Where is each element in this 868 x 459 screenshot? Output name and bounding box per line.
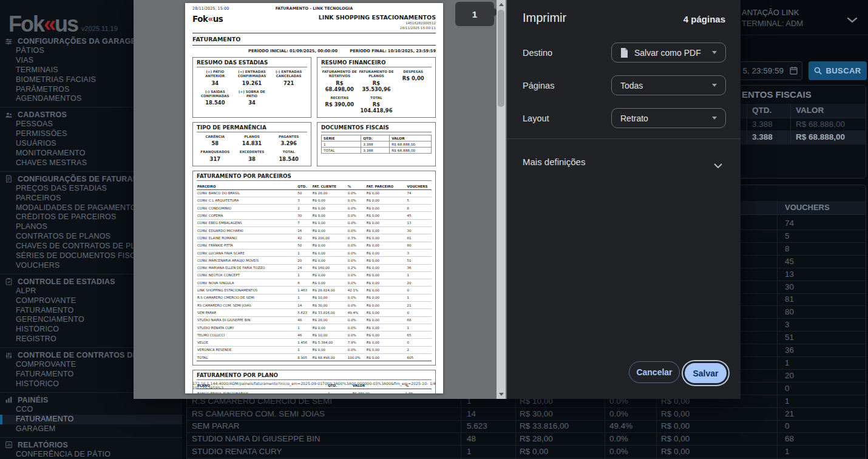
table-cell: 0.0% xyxy=(347,294,366,301)
table-cell: VELOE xyxy=(197,339,297,346)
page-indicator-bubble: 1 xyxy=(455,2,494,26)
cancel-button[interactable]: Cancelar xyxy=(629,361,680,383)
table-cell: R$ 10,00 xyxy=(312,332,347,339)
table-cell: CONV. LUCIANA FAVA SCARE xyxy=(197,249,297,256)
layout-select[interactable]: Retrato xyxy=(611,108,726,128)
table-cell: 50 xyxy=(297,242,311,249)
table-cell: 30 xyxy=(785,280,794,293)
company-name: LINK SHOPPING ESTACIONAMENTOS xyxy=(319,14,436,21)
table-row: LINK SHOPPING ESTACIONAMENTOS1.463R$ 28.… xyxy=(197,287,432,294)
bar-chart-icon xyxy=(5,396,13,404)
table-cell: R$ 0,00 xyxy=(366,287,407,294)
implantation-label: ANTAÇÃO LINK xyxy=(742,8,799,17)
scrollbar-thumb[interactable] xyxy=(498,10,504,107)
table-cell: R$ 0,00 xyxy=(366,332,407,339)
table-cell: 49.4% xyxy=(609,420,632,432)
scroll-down-icon[interactable] xyxy=(499,393,504,396)
table-cell: 74 xyxy=(785,217,794,229)
table-cell: 13 xyxy=(785,268,794,280)
table-row: STUDIO RENATA CURY1R$ 0,000.0%R$ 0,001 xyxy=(197,324,432,331)
table-row: CONV. NEOTOX CONCEPT1R$ 0,000.0%R$ 0,001 xyxy=(197,271,432,279)
table-cell: CONV. NOVA SINGULA xyxy=(197,279,297,287)
table-cell: 8 xyxy=(407,205,432,212)
table-cell: R$ 0,00 xyxy=(366,294,407,301)
caret-down-icon xyxy=(712,51,717,54)
table-cell: R$ 28,00 xyxy=(520,432,553,445)
sidebar-item-faturamento[interactable]: FATURAMENTO xyxy=(0,415,182,424)
more-settings-toggle[interactable]: Mais definições xyxy=(507,149,741,175)
table-cell: CONV. CONDOMINIO xyxy=(197,205,297,212)
table-cell: R$ 10,00 xyxy=(312,294,347,301)
buscar-button[interactable]: BUSCAR xyxy=(809,61,867,80)
garage-config-icon xyxy=(5,38,13,46)
table-cell: R$ 0,00 xyxy=(312,257,347,264)
sidebar-item-garagem[interactable]: GARAGEM xyxy=(0,424,182,434)
scroll-up-icon[interactable] xyxy=(499,3,504,6)
destination-select[interactable]: Salvar como PDF xyxy=(611,42,726,63)
pdf-file-icon xyxy=(620,48,628,58)
calendar-icon[interactable] xyxy=(790,66,798,77)
table-cell: 1 xyxy=(407,294,432,301)
table-cell: 46 xyxy=(297,332,311,339)
table-cell: R$ 160,00 xyxy=(312,264,347,271)
pages-select[interactable]: Todas xyxy=(611,75,726,95)
table-cell: R$ 33.816,00 xyxy=(312,309,347,316)
table-cell: 20 xyxy=(407,279,432,287)
table-cell: 74 xyxy=(407,189,432,197)
table-cell: R$ 0,00 xyxy=(366,354,407,361)
table-cell: 42.1% xyxy=(347,287,366,294)
table-cell: 1 xyxy=(785,356,790,369)
page-meta-row: 28/11/2025, 15:00 FATURAMENTO - LINK TEC… xyxy=(192,6,436,11)
table-cell: R$ 0,00 xyxy=(312,227,347,234)
chevron-down-icon[interactable] xyxy=(847,15,858,25)
app-version: v2025.11.19 xyxy=(81,25,118,34)
table-cell: R$ 0,00 xyxy=(366,264,407,271)
preview-scrollbar[interactable] xyxy=(497,0,506,399)
report-icon xyxy=(5,441,13,449)
tipo-permanencia-box: TIPO DE PERMANÊNCIA CARÊNCIA58 PLANOS14.… xyxy=(192,122,311,166)
table-cell: R$ 8,00 xyxy=(312,212,347,219)
table-row: RS CAMARERO COM. SEMI JOIAS14R$ 30,000.0… xyxy=(187,407,866,421)
table-cell: 51 xyxy=(785,331,794,344)
printed-at: 28/11/2025, 15:00 xyxy=(192,6,253,11)
table-cell: 16 xyxy=(297,227,311,234)
table-cell: 0.0% xyxy=(347,197,366,204)
table-cell: 0.0% xyxy=(347,332,366,339)
table-cell: 0 xyxy=(785,420,790,432)
table-cell: R$ 0,00 xyxy=(366,205,407,212)
table-cell: 0 xyxy=(407,287,432,294)
table-row: STUDIO NAIRA DI GIUSEPPE BIN48R$ 28,000.… xyxy=(187,432,866,446)
sidebar-item-cco[interactable]: CCO xyxy=(0,405,182,415)
table-cell: 3 xyxy=(407,249,432,256)
layout-value: Retrato xyxy=(620,114,648,123)
table-cell: R$ 33.816,00 xyxy=(520,420,569,432)
table-row: CONV. COPEMA30R$ 8,000.0%R$ 0,0045 xyxy=(197,212,432,219)
save-button[interactable]: Salvar xyxy=(685,363,727,383)
pages-label: Páginas xyxy=(523,81,554,90)
table-cell: 7.9% xyxy=(347,339,366,346)
layout-label: Layout xyxy=(523,114,549,123)
table-cell: CONV. EBEG EMBALAGENS xyxy=(197,219,297,226)
table-cell: 1 xyxy=(297,249,311,256)
table-cell: CONV. C.L ARQUITETURA xyxy=(197,197,297,204)
table-cell: R$ 0,00 xyxy=(661,432,690,445)
sidebar-item-conferencia-de-patio[interactable]: CONFERÊNCIA DE PÁTIO xyxy=(0,450,182,459)
table-cell: 1 xyxy=(297,294,311,301)
page-footer: 172.16.1.144:4000/ADM/paineis/faturament… xyxy=(192,381,436,390)
table-cell: 0.0% xyxy=(347,316,366,324)
table-cell: R$ 0,00 xyxy=(366,309,407,316)
table-cell: R$ 0,00 xyxy=(366,279,407,287)
table-cell: 5.623 xyxy=(467,420,487,432)
parceiros-pdf-table: PARCEIRO QTD. FAT. CLIENTE % FAT. PARCEI… xyxy=(197,183,432,362)
footer-url: 172.16.1.144:4000/ADM/paineis/faturament… xyxy=(192,381,430,390)
table-row: VERONICA RESENDE1R$ 0,000.0%R$ 0,002 xyxy=(197,346,432,353)
table-cell: STUDIO NAIRA DI GIUSEPPE BIN xyxy=(192,432,320,445)
table-cell: 1 xyxy=(407,324,432,331)
faturamento-parceiros-box: FATURAMENTO POR PARCEIROS PARCEIRO QTD. … xyxy=(192,171,436,366)
table-cell: 1.456 xyxy=(297,339,311,346)
print-preview-area[interactable]: 28/11/2025, 15:00 FATURAMENTO - LINK TEC… xyxy=(134,0,507,399)
table-cell: 48 xyxy=(297,316,311,324)
table-cell: 0 xyxy=(785,382,790,395)
periodo-final: PERÍODO FINAL: 10/10/2025, 23:59:59 xyxy=(350,49,436,53)
table-cell: R$ 0,00 xyxy=(366,324,407,331)
